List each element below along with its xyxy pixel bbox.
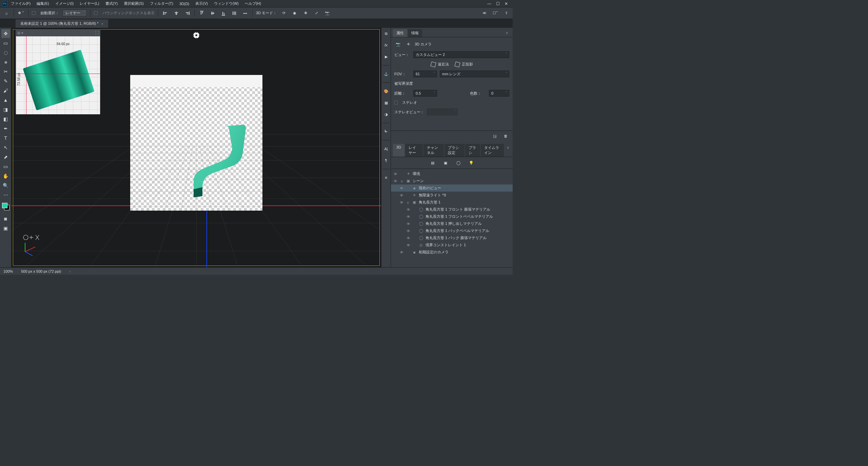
visibility-icon[interactable]: 👁	[399, 193, 404, 197]
filter-meshes-icon[interactable]: ▣	[442, 159, 449, 167]
status-chevron-icon[interactable]: ›	[69, 269, 71, 273]
move-tool[interactable]: ✥	[1, 29, 10, 38]
tab-info[interactable]: 情報	[408, 29, 422, 37]
twisty-icon[interactable]: v	[400, 179, 404, 183]
canvas[interactable]: ⊞ ▾ ⛶ 84.60 px 73.58 px	[12, 28, 381, 267]
hand-tool[interactable]: ✋	[1, 172, 10, 180]
brush-tool[interactable]: 🖌	[1, 86, 10, 95]
strip-char-panel-icon[interactable]: ┗╸	[382, 128, 390, 135]
render-widget-icon[interactable]	[192, 31, 200, 39]
camera-3d-icon[interactable]: 📷	[323, 9, 331, 17]
strip-history-icon[interactable]: ⧉	[382, 30, 390, 37]
tab-properties[interactable]: 属性	[393, 29, 407, 37]
strip-char-icon[interactable]: A|	[382, 145, 390, 153]
visibility-icon[interactable]: 👁	[406, 222, 411, 226]
tab-layers[interactable]: レイヤー	[405, 144, 423, 157]
distribute-icon[interactable]	[231, 9, 238, 17]
strip-actions-icon[interactable]: ▶	[382, 53, 390, 60]
strip-adjust-icon[interactable]: ◑	[382, 111, 390, 118]
view-dropdown[interactable]: カスタムビュー 2	[413, 51, 509, 58]
menu-type[interactable]: 書式(Y)	[103, 0, 121, 7]
nav-expand-icon[interactable]: ⛶	[95, 31, 99, 35]
path-select-tool[interactable]: ↖	[1, 143, 10, 152]
perspective-toggle[interactable]: 遠近法	[431, 62, 449, 67]
tree-item[interactable]: 👁☀無限遠ライト ^0	[391, 192, 513, 199]
color-swatch[interactable]	[2, 203, 9, 210]
menu-filter[interactable]: フィルター(T)	[147, 0, 176, 7]
visibility-icon[interactable]: 👁	[399, 186, 404, 190]
visibility-icon[interactable]: 👁	[406, 236, 411, 240]
visibility-icon[interactable]: 👁	[399, 250, 404, 254]
crop-tool[interactable]: ✂	[1, 67, 10, 76]
filter-materials-icon[interactable]: ◯	[455, 159, 462, 167]
reset-camera-icon[interactable]: ◲	[491, 132, 498, 140]
move-tool-icon[interactable]: ✥ ˅	[17, 9, 25, 17]
roll-3d-icon[interactable]: ◉	[291, 9, 298, 17]
zoom-level[interactable]: 100%	[3, 269, 13, 273]
tree-item[interactable]: 👁◯角丸長方形 1 バック 膨張マテリアル	[391, 234, 513, 241]
tree-item[interactable]: 👁◎境界コンストレイント 1	[391, 241, 513, 249]
marquee-tool[interactable]: ▭	[1, 39, 10, 47]
shiki-input[interactable]: 0	[489, 90, 509, 97]
filter-scene-icon[interactable]: ▤	[429, 159, 436, 167]
tree-item[interactable]: 👁✶環境	[391, 170, 513, 177]
visibility-icon[interactable]: 👁	[406, 208, 411, 212]
visibility-icon[interactable]: 👁	[393, 172, 398, 176]
chair-3d-object[interactable]	[189, 123, 246, 198]
align-hcenter-icon[interactable]	[173, 9, 180, 17]
stamp-tool[interactable]: ▲	[1, 96, 10, 104]
eyedropper-tool[interactable]: ✎	[1, 77, 10, 85]
align-top-icon[interactable]	[198, 9, 205, 17]
align-left-icon[interactable]	[162, 9, 169, 17]
menu-3d[interactable]: 3D(D)	[177, 1, 192, 6]
strip-tools-icon[interactable]: ✕	[382, 174, 390, 181]
quick-select-tool[interactable]: ⎈	[1, 58, 10, 66]
tree-item[interactable]: 👁■初期設定のカメラ	[391, 249, 513, 256]
pen-tool[interactable]: ✒	[1, 124, 10, 133]
direct-select-tool[interactable]: ⬈	[1, 153, 10, 161]
collapse-panels-icon[interactable]: ≪	[481, 9, 488, 17]
visibility-icon[interactable]: 👁	[393, 179, 398, 183]
screenmode-tool[interactable]: ▣	[1, 224, 10, 233]
quickmask-tool[interactable]: ◙	[1, 214, 10, 223]
menu-select[interactable]: 選択範囲(S)	[121, 0, 146, 7]
auto-select-mode[interactable]: レイヤー	[62, 9, 87, 17]
strip-para-icon[interactable]: ¶	[382, 157, 390, 164]
document-tab[interactable]: 名称未設定 1 @ 100% (角丸長方形 1, RGB/8) * ×	[16, 19, 108, 28]
tree-item[interactable]: 👁◯角丸長方形 1 バックベベルマテリアル	[391, 227, 513, 234]
strip-patterns-icon[interactable]: ▦	[382, 99, 390, 106]
fov-input[interactable]: 61	[413, 71, 437, 77]
panel-menu-icon[interactable]: ≡	[503, 29, 511, 37]
align-bottom-icon[interactable]	[220, 9, 227, 17]
lasso-tool[interactable]: ◌	[1, 48, 10, 57]
menu-image[interactable]: イメージ(I)	[53, 0, 76, 7]
nav-menu-icon[interactable]: ⊞ ▾	[17, 31, 23, 35]
workspace-icon[interactable]: ☐˅	[492, 9, 499, 17]
home-icon[interactable]: ⌂	[3, 9, 10, 17]
align-vcenter-icon[interactable]	[209, 9, 216, 17]
tree-item[interactable]: 👁◯角丸長方形 1 フロントベベルマテリアル	[391, 213, 513, 220]
delete-icon[interactable]: 🗑	[502, 132, 509, 140]
more-options-icon[interactable]: •••	[241, 9, 249, 17]
menu-edit[interactable]: 編集(E)	[34, 0, 52, 7]
navigator-panel[interactable]: ⊞ ▾ ⛶ 84.60 px 73.58 px	[16, 29, 100, 114]
panel3d-menu-icon[interactable]: ≡	[505, 144, 511, 151]
align-right-icon[interactable]	[183, 9, 191, 17]
distance-input[interactable]: 0.5	[413, 90, 437, 97]
zoom-tool[interactable]: 🔍	[1, 181, 10, 190]
close-tab-icon[interactable]: ×	[101, 22, 103, 26]
minimize-button[interactable]: —	[487, 1, 491, 6]
menu-file[interactable]: ファイル(F)	[8, 0, 33, 7]
tab-brush[interactable]: ブラシ	[465, 144, 480, 157]
stereo-checkbox[interactable]	[394, 101, 398, 104]
visibility-icon[interactable]: 👁	[406, 229, 411, 233]
maximize-button[interactable]: ☐	[496, 1, 500, 6]
menu-window[interactable]: ウィンドウ(W)	[211, 0, 241, 7]
edit-toolbar[interactable]: ⋯	[1, 191, 10, 199]
strip-swatches-icon[interactable]: 🎨	[382, 88, 390, 95]
tree-item[interactable]: 👁■現在のビュー	[391, 185, 513, 192]
tab-3d[interactable]: 3D	[393, 144, 405, 157]
tab-timeline[interactable]: タイムライン	[481, 144, 504, 157]
visibility-icon[interactable]: 👁	[406, 215, 411, 219]
tab-channels[interactable]: チャンネル	[423, 144, 444, 157]
